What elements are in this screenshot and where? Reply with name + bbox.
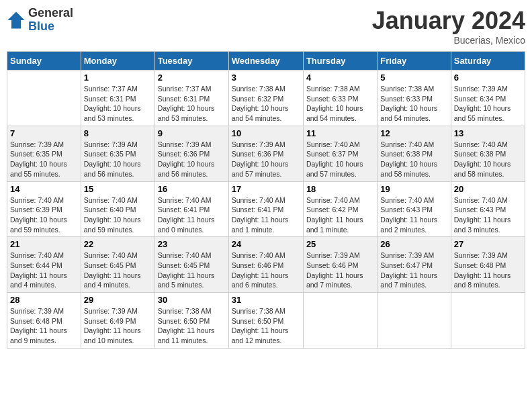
day-info: Sunrise: 7:38 AM Sunset: 6:32 PM Dayligh… (232, 84, 300, 124)
calendar-cell: 12Sunrise: 7:40 AM Sunset: 6:38 PM Dayli… (378, 126, 451, 181)
day-info: Sunrise: 7:40 AM Sunset: 6:46 PM Dayligh… (232, 250, 300, 290)
day-info: Sunrise: 7:40 AM Sunset: 6:37 PM Dayligh… (306, 140, 374, 179)
day-number: 19 (380, 184, 447, 194)
day-number: 22 (84, 239, 152, 249)
title-area: January 2024 Bucerias, Mexico (372, 7, 525, 46)
week-row-5: 28Sunrise: 7:39 AM Sunset: 6:48 PM Dayli… (7, 293, 525, 349)
month-title: January 2024 (372, 7, 525, 35)
calendar-cell: 27Sunrise: 7:39 AM Sunset: 6:48 PM Dayli… (451, 237, 525, 293)
day-number: 26 (380, 239, 447, 249)
calendar-cell: 23Sunrise: 7:40 AM Sunset: 6:45 PM Dayli… (154, 237, 228, 293)
calendar-header-row: SundayMondayTuesdayWednesdayThursdayFrid… (7, 52, 525, 71)
day-number: 10 (232, 128, 300, 138)
header-thursday: Thursday (303, 52, 377, 71)
day-number: 24 (232, 239, 300, 249)
day-number: 18 (306, 184, 374, 194)
day-number: 11 (306, 128, 374, 138)
day-info: Sunrise: 7:40 AM Sunset: 6:41 PM Dayligh… (158, 195, 226, 235)
day-info: Sunrise: 7:39 AM Sunset: 6:48 PM Dayligh… (10, 306, 78, 346)
calendar-cell: 28Sunrise: 7:39 AM Sunset: 6:48 PM Dayli… (7, 293, 81, 349)
week-row-2: 7Sunrise: 7:39 AM Sunset: 6:35 PM Daylig… (7, 126, 525, 181)
day-info: Sunrise: 7:38 AM Sunset: 6:33 PM Dayligh… (380, 84, 447, 124)
calendar-cell: 29Sunrise: 7:39 AM Sunset: 6:49 PM Dayli… (81, 293, 154, 349)
day-number: 28 (10, 295, 78, 305)
day-number: 21 (10, 239, 78, 249)
calendar-table: SundayMondayTuesdayWednesdayThursdayFrid… (7, 51, 525, 349)
svg-marker-0 (7, 11, 24, 28)
day-info: Sunrise: 7:40 AM Sunset: 6:39 PM Dayligh… (10, 195, 78, 235)
day-number: 20 (454, 184, 522, 194)
day-info: Sunrise: 7:40 AM Sunset: 6:38 PM Dayligh… (380, 140, 447, 179)
calendar-cell: 15Sunrise: 7:40 AM Sunset: 6:40 PM Dayli… (81, 181, 154, 237)
calendar-cell: 6Sunrise: 7:39 AM Sunset: 6:34 PM Daylig… (451, 71, 525, 126)
day-info: Sunrise: 7:38 AM Sunset: 6:50 PM Dayligh… (158, 306, 226, 346)
calendar-cell: 9Sunrise: 7:39 AM Sunset: 6:36 PM Daylig… (154, 126, 228, 181)
day-number: 12 (380, 128, 447, 138)
day-number: 7 (10, 128, 78, 138)
header-tuesday: Tuesday (154, 52, 228, 71)
day-number: 31 (232, 295, 300, 305)
day-number: 16 (158, 184, 226, 194)
header-saturday: Saturday (451, 52, 525, 71)
header-monday: Monday (81, 52, 154, 71)
header-wednesday: Wednesday (228, 52, 303, 71)
calendar-cell: 30Sunrise: 7:38 AM Sunset: 6:50 PM Dayli… (154, 293, 228, 349)
day-number: 23 (158, 239, 226, 249)
day-info: Sunrise: 7:39 AM Sunset: 6:36 PM Dayligh… (232, 140, 300, 179)
calendar-cell: 22Sunrise: 7:40 AM Sunset: 6:45 PM Dayli… (81, 237, 154, 293)
day-number: 17 (232, 184, 300, 194)
logo-icon (7, 11, 26, 30)
day-info: Sunrise: 7:39 AM Sunset: 6:36 PM Dayligh… (158, 140, 226, 179)
calendar-cell: 8Sunrise: 7:39 AM Sunset: 6:35 PM Daylig… (81, 126, 154, 181)
page-header: General Blue January 2024 Bucerias, Mexi… (7, 7, 525, 46)
calendar-cell: 16Sunrise: 7:40 AM Sunset: 6:41 PM Dayli… (154, 181, 228, 237)
calendar-cell: 11Sunrise: 7:40 AM Sunset: 6:37 PM Dayli… (303, 126, 377, 181)
day-info: Sunrise: 7:38 AM Sunset: 6:50 PM Dayligh… (232, 306, 300, 346)
day-info: Sunrise: 7:40 AM Sunset: 6:43 PM Dayligh… (454, 195, 522, 235)
calendar-cell: 26Sunrise: 7:39 AM Sunset: 6:47 PM Dayli… (378, 237, 451, 293)
day-number: 6 (454, 73, 522, 83)
week-row-1: 1Sunrise: 7:37 AM Sunset: 6:31 PM Daylig… (7, 71, 525, 126)
logo-blue: Blue (28, 20, 73, 34)
day-info: Sunrise: 7:40 AM Sunset: 6:45 PM Dayligh… (84, 250, 152, 290)
day-info: Sunrise: 7:39 AM Sunset: 6:35 PM Dayligh… (10, 140, 78, 179)
calendar-cell (7, 71, 81, 126)
calendar-cell: 3Sunrise: 7:38 AM Sunset: 6:32 PM Daylig… (228, 71, 303, 126)
calendar-cell (303, 293, 377, 349)
calendar-cell: 1Sunrise: 7:37 AM Sunset: 6:31 PM Daylig… (81, 71, 154, 126)
day-number: 4 (306, 73, 374, 83)
day-info: Sunrise: 7:40 AM Sunset: 6:43 PM Dayligh… (380, 195, 447, 235)
logo-text: General Blue (28, 7, 73, 34)
calendar-cell: 2Sunrise: 7:37 AM Sunset: 6:31 PM Daylig… (154, 71, 228, 126)
day-number: 9 (158, 128, 226, 138)
calendar-cell: 13Sunrise: 7:40 AM Sunset: 6:38 PM Dayli… (451, 126, 525, 181)
calendar-cell: 7Sunrise: 7:39 AM Sunset: 6:35 PM Daylig… (7, 126, 81, 181)
calendar-cell: 5Sunrise: 7:38 AM Sunset: 6:33 PM Daylig… (378, 71, 451, 126)
day-info: Sunrise: 7:37 AM Sunset: 6:31 PM Dayligh… (84, 84, 152, 124)
day-number: 29 (84, 295, 152, 305)
location: Bucerias, Mexico (372, 35, 525, 46)
day-info: Sunrise: 7:40 AM Sunset: 6:44 PM Dayligh… (10, 250, 78, 290)
day-info: Sunrise: 7:40 AM Sunset: 6:40 PM Dayligh… (84, 195, 152, 235)
calendar-cell: 24Sunrise: 7:40 AM Sunset: 6:46 PM Dayli… (228, 237, 303, 293)
day-info: Sunrise: 7:40 AM Sunset: 6:42 PM Dayligh… (306, 195, 374, 235)
calendar-cell: 31Sunrise: 7:38 AM Sunset: 6:50 PM Dayli… (228, 293, 303, 349)
day-number: 25 (306, 239, 374, 249)
day-number: 30 (158, 295, 226, 305)
day-info: Sunrise: 7:39 AM Sunset: 6:46 PM Dayligh… (306, 250, 374, 290)
day-number: 13 (454, 128, 522, 138)
day-number: 8 (84, 128, 152, 138)
calendar-cell: 4Sunrise: 7:38 AM Sunset: 6:33 PM Daylig… (303, 71, 377, 126)
calendar-cell: 14Sunrise: 7:40 AM Sunset: 6:39 PM Dayli… (7, 181, 81, 237)
day-info: Sunrise: 7:37 AM Sunset: 6:31 PM Dayligh… (158, 84, 226, 124)
calendar-cell: 18Sunrise: 7:40 AM Sunset: 6:42 PM Dayli… (303, 181, 377, 237)
day-number: 2 (158, 73, 226, 83)
calendar-cell: 25Sunrise: 7:39 AM Sunset: 6:46 PM Dayli… (303, 237, 377, 293)
week-row-3: 14Sunrise: 7:40 AM Sunset: 6:39 PM Dayli… (7, 181, 525, 237)
calendar-cell: 17Sunrise: 7:40 AM Sunset: 6:41 PM Dayli… (228, 181, 303, 237)
calendar-cell: 20Sunrise: 7:40 AM Sunset: 6:43 PM Dayli… (451, 181, 525, 237)
day-number: 27 (454, 239, 522, 249)
day-number: 5 (380, 73, 447, 83)
day-info: Sunrise: 7:39 AM Sunset: 6:49 PM Dayligh… (84, 306, 152, 346)
day-info: Sunrise: 7:39 AM Sunset: 6:34 PM Dayligh… (454, 84, 522, 124)
